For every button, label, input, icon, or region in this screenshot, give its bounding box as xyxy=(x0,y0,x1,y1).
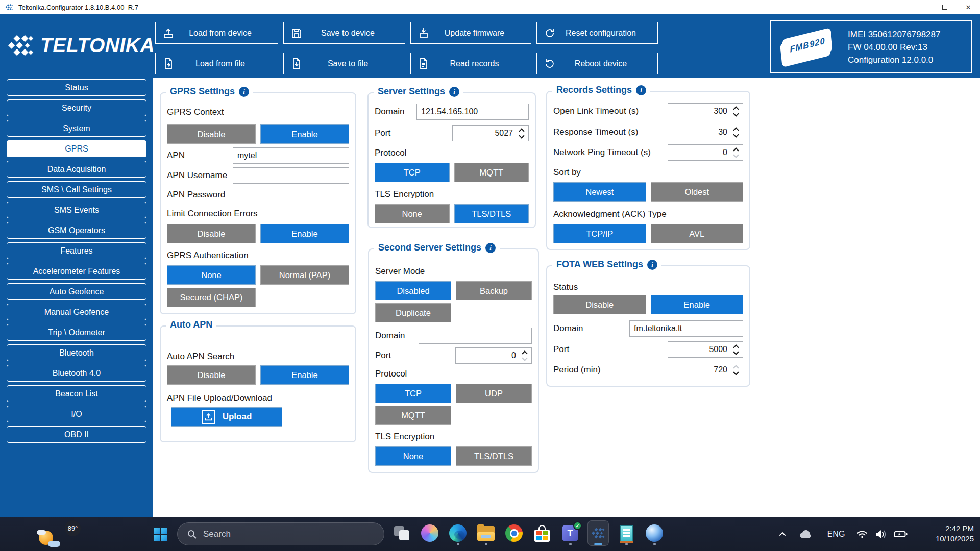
server-settings-info-icon[interactable]: i xyxy=(449,87,459,97)
gprs-settings-info-icon[interactable]: i xyxy=(239,87,249,97)
second-server-tls-dtls-button[interactable]: TLS/DTLS xyxy=(456,446,532,466)
sidebar-item-obd-ii[interactable]: OBD II xyxy=(7,426,146,443)
sidebar-item-beacon-list[interactable]: Beacon List xyxy=(7,385,146,402)
search-input[interactable] xyxy=(203,529,375,539)
load-from-device-button[interactable]: Load from device xyxy=(155,22,278,44)
task-view-button[interactable] xyxy=(391,520,412,546)
sidebar-item-system[interactable]: System xyxy=(7,120,146,137)
sidebar-item-accelerometer-features[interactable]: Accelerometer Features xyxy=(7,263,146,280)
limit-errors-enable-button[interactable]: Enable xyxy=(260,224,349,243)
auth-secured-chap-button[interactable]: Secured (CHAP) xyxy=(167,288,256,307)
sidebar-item-bluetooth[interactable]: Bluetooth xyxy=(7,344,146,361)
server-port-spinner-down[interactable] xyxy=(520,133,524,140)
chrome-button[interactable] xyxy=(503,520,525,546)
tray-chevron-button[interactable] xyxy=(774,517,791,551)
ack-avl-button[interactable]: AVL xyxy=(651,224,744,243)
weather-widget[interactable]: 89° xyxy=(38,520,92,548)
server-tls-dtls-button[interactable]: TLS/DTLS xyxy=(454,204,529,223)
fota-period-spinner-down[interactable] xyxy=(734,370,738,377)
auto-apn-disable-button[interactable]: Disable xyxy=(167,365,256,385)
save-to-device-button[interactable]: Save to device xyxy=(283,22,405,44)
response-spinner-up[interactable] xyxy=(734,126,738,132)
battery-button[interactable] xyxy=(891,517,911,551)
second-server-protocol-mqtt-button[interactable]: MQTT xyxy=(375,406,451,425)
sidebar-item-status[interactable]: Status xyxy=(7,79,146,96)
gprs-context-enable-button[interactable]: Enable xyxy=(260,124,349,144)
second-server-info-icon[interactable]: i xyxy=(485,243,496,253)
taskbar-search[interactable] xyxy=(177,522,384,545)
open-link-spinner-up[interactable] xyxy=(734,105,738,111)
sort-newest-button[interactable]: Newest xyxy=(553,182,646,202)
reset-configuration-button[interactable]: Reset configuration xyxy=(536,22,658,44)
language-indicator[interactable]: ENG xyxy=(823,517,849,551)
limit-errors-disable-button[interactable]: Disable xyxy=(167,224,256,243)
update-firmware-button[interactable]: Update firmware xyxy=(410,22,531,44)
sidebar-item-bluetooth-4-0[interactable]: Bluetooth 4.0 xyxy=(7,365,146,382)
edge-button[interactable] xyxy=(447,520,469,546)
server-mode-duplicate-button[interactable]: Duplicate xyxy=(375,303,451,322)
server-mode-disabled-button[interactable]: Disabled xyxy=(375,281,451,300)
second-server-port-spinner-up[interactable] xyxy=(523,349,527,356)
sort-oldest-button[interactable]: Oldest xyxy=(651,182,744,202)
notepad-button[interactable] xyxy=(616,520,637,546)
teltonika-configurator-button[interactable] xyxy=(587,520,609,546)
auto-apn-enable-button[interactable]: Enable xyxy=(260,365,349,385)
second-server-port-spinner-down[interactable] xyxy=(523,356,527,362)
save-to-file-button[interactable]: Save to file xyxy=(283,53,405,74)
sidebar-item-sms-call-settings[interactable]: SMS \ Call Settings xyxy=(7,181,146,198)
ack-tcpip-button[interactable]: TCP/IP xyxy=(553,224,646,243)
second-server-tls-none-button[interactable]: None xyxy=(375,446,451,466)
server-port-spinner-up[interactable] xyxy=(520,127,524,133)
apn-username-input[interactable] xyxy=(233,167,349,184)
teams-button[interactable]: T✓ xyxy=(559,520,581,546)
volume-button[interactable] xyxy=(872,517,890,551)
start-button[interactable] xyxy=(154,528,167,541)
sidebar-item-sms-events[interactable]: SMS Events xyxy=(7,202,146,218)
fota-disable-button[interactable]: Disable xyxy=(553,295,646,314)
auth-none-button[interactable]: None xyxy=(167,265,256,285)
sidebar-item-gsm-operators[interactable]: GSM Operators xyxy=(7,222,146,239)
fota-web-info-icon[interactable]: i xyxy=(647,260,657,270)
sidebar-item-features[interactable]: Features xyxy=(7,242,146,259)
sidebar-item-security[interactable]: Security xyxy=(7,99,146,116)
maximize-button[interactable] xyxy=(933,0,957,14)
gprs-context-disable-button[interactable]: Disable xyxy=(167,124,256,144)
wifi-button[interactable] xyxy=(853,517,871,551)
server-domain-input[interactable] xyxy=(416,104,529,120)
onedrive-button[interactable] xyxy=(795,517,817,551)
fota-port-spinner-up[interactable] xyxy=(734,343,738,349)
read-records-button[interactable]: Read records xyxy=(410,53,531,74)
sidebar-item-gprs[interactable]: GPRS xyxy=(7,140,146,157)
second-server-protocol-tcp-button[interactable]: TCP xyxy=(375,384,451,403)
sphere-app-button[interactable] xyxy=(644,520,665,546)
fota-port-spinner-down[interactable] xyxy=(734,349,738,356)
open-link-spinner-down[interactable] xyxy=(734,111,738,118)
fota-domain-input[interactable] xyxy=(629,320,743,337)
sidebar-item-manual-geofence[interactable]: Manual Geofence xyxy=(7,304,146,320)
records-settings-info-icon[interactable]: i xyxy=(636,85,646,95)
file-explorer-button[interactable] xyxy=(475,520,497,546)
second-server-domain-input[interactable] xyxy=(419,328,532,344)
server-mode-backup-button[interactable]: Backup xyxy=(456,281,532,300)
upload-button[interactable]: Upload xyxy=(171,407,282,427)
minimize-button[interactable]: – xyxy=(910,0,933,14)
ping-spinner-up[interactable] xyxy=(734,146,738,153)
reboot-device-button[interactable]: Reboot device xyxy=(536,53,658,74)
fota-period-spinner-up[interactable] xyxy=(734,363,738,370)
load-from-file-button[interactable]: Load from file xyxy=(155,53,278,74)
server-protocol-mqtt-button[interactable]: MQTT xyxy=(454,163,529,182)
response-spinner-down[interactable] xyxy=(734,132,738,139)
sidebar-item-trip-odometer[interactable]: Trip \ Odometer xyxy=(7,324,146,341)
sidebar-item-data-acquisition[interactable]: Data Acquisition xyxy=(7,161,146,178)
second-server-protocol-udp-button[interactable]: UDP xyxy=(456,384,532,403)
apn-password-input[interactable] xyxy=(233,187,349,203)
fota-enable-button[interactable]: Enable xyxy=(651,295,744,314)
clock[interactable]: 2:42 PM 10/10/2025 xyxy=(914,517,974,551)
auth-normal-pap-button[interactable]: Normal (PAP) xyxy=(260,265,349,285)
ping-spinner-down[interactable] xyxy=(734,153,738,159)
close-button[interactable]: ✕ xyxy=(957,0,980,14)
microsoft-store-button[interactable] xyxy=(531,520,553,546)
apn-input[interactable] xyxy=(233,147,349,164)
sidebar-item-auto-geofence[interactable]: Auto Geofence xyxy=(7,283,146,300)
copilot-button[interactable] xyxy=(419,520,440,546)
